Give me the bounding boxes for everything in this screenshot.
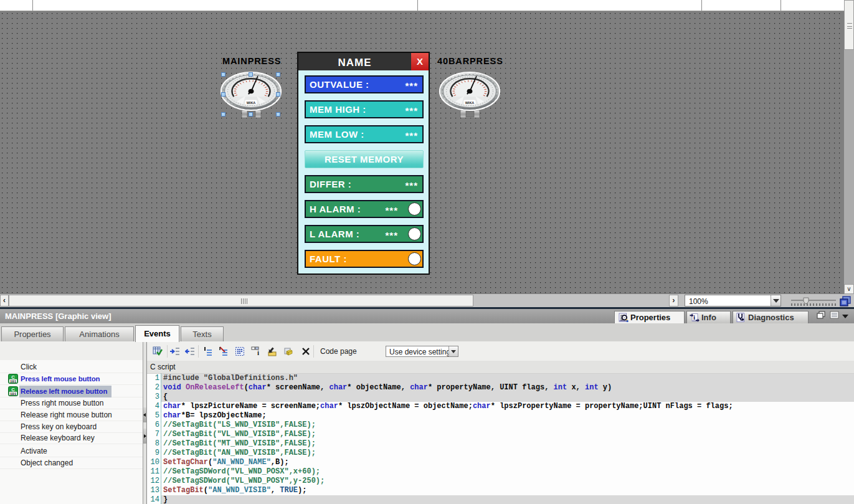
svg-text:101: 101 [10, 379, 17, 384]
svg-text:i: i [257, 349, 259, 356]
svg-text:i: i [693, 313, 695, 321]
svg-text:101: 101 [10, 392, 17, 396]
